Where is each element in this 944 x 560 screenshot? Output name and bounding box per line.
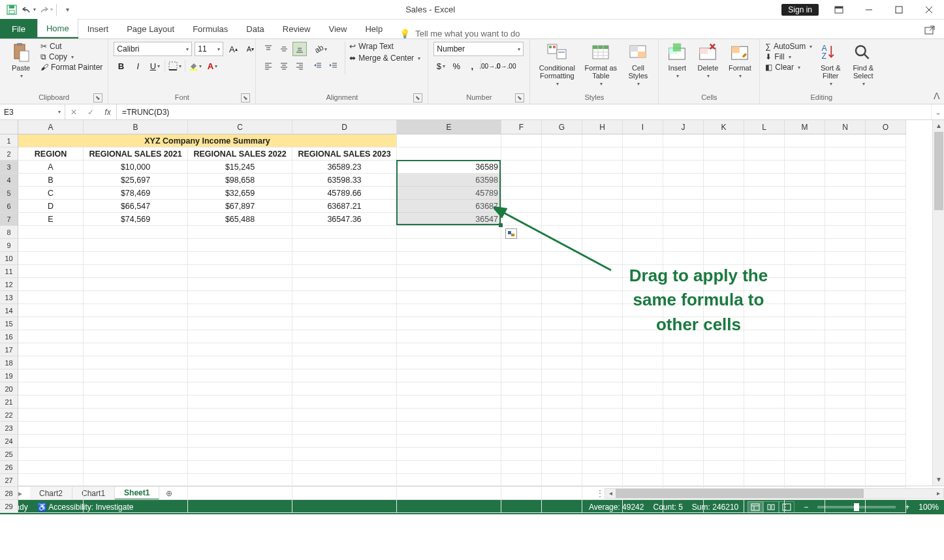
cell-M4[interactable]: [785, 174, 825, 187]
row-header[interactable]: 16: [0, 330, 18, 343]
cell-I20[interactable]: [623, 382, 663, 396]
cell-J2[interactable]: [663, 148, 704, 161]
cell-G7[interactable]: [542, 213, 582, 226]
row-header[interactable]: 17: [0, 343, 18, 356]
cell-F20[interactable]: [501, 382, 542, 396]
cell-B26[interactable]: [84, 461, 188, 474]
cell-styles-button[interactable]: Cell Styles▾: [623, 42, 653, 87]
cell-I24[interactable]: [623, 435, 663, 448]
cell-L8[interactable]: [744, 226, 785, 239]
cell-N21[interactable]: [825, 396, 866, 409]
cell-L5[interactable]: [744, 187, 785, 200]
cell-F26[interactable]: [501, 461, 542, 474]
cell-H3[interactable]: [582, 161, 623, 174]
cell-I2[interactable]: [623, 148, 663, 161]
comma-format-button[interactable]: ,: [465, 59, 479, 73]
cell-I4[interactable]: [623, 174, 663, 187]
cell-M22[interactable]: [785, 409, 825, 422]
cell-N13[interactable]: [825, 291, 866, 304]
cell-G23[interactable]: [542, 422, 582, 435]
cell-O16[interactable]: [866, 330, 906, 343]
column-header[interactable]: O: [866, 120, 906, 134]
cell-G21[interactable]: [542, 396, 582, 409]
column-header[interactable]: C: [188, 120, 292, 134]
cell-C13[interactable]: [188, 291, 292, 304]
cell-F15[interactable]: [501, 317, 542, 330]
cell-B12[interactable]: [84, 278, 188, 291]
cell-J24[interactable]: [663, 435, 704, 448]
fill-handle[interactable]: [499, 223, 503, 227]
cell-F16[interactable]: [501, 330, 542, 343]
cell-D18[interactable]: [292, 356, 397, 369]
cell-K4[interactable]: [704, 174, 744, 187]
cell-I18[interactable]: [623, 356, 663, 369]
cell-M9[interactable]: [785, 239, 825, 252]
decrease-font-button[interactable]: A▾: [243, 42, 257, 56]
row-header[interactable]: 10: [0, 252, 18, 265]
cell-G25[interactable]: [542, 448, 582, 461]
column-header[interactable]: H: [582, 120, 623, 134]
row-header[interactable]: 28: [0, 487, 18, 500]
column-headers[interactable]: ABCDEFGHIJKLMNO: [18, 120, 906, 134]
column-header[interactable]: L: [744, 120, 785, 134]
cell-C22[interactable]: [188, 409, 292, 422]
cell-H10[interactable]: [582, 252, 623, 265]
cell-K7[interactable]: [704, 213, 744, 226]
cell-C9[interactable]: [188, 239, 292, 252]
cell-F21[interactable]: [501, 396, 542, 409]
cell-K23[interactable]: [704, 422, 744, 435]
cell-A12[interactable]: [18, 278, 84, 291]
cell-M25[interactable]: [785, 448, 825, 461]
cell-H2[interactable]: [582, 148, 623, 161]
align-middle-button[interactable]: [277, 42, 291, 56]
row-header[interactable]: 27: [0, 474, 18, 487]
cell-D29[interactable]: [292, 500, 397, 513]
row-header[interactable]: 24: [0, 435, 18, 448]
cell-O7[interactable]: [866, 213, 906, 226]
cell-I17[interactable]: [623, 343, 663, 356]
cell-B2[interactable]: REGIONAL SALES 2021: [84, 148, 188, 161]
cell-O2[interactable]: [866, 148, 906, 161]
clear-button[interactable]: ◧Clear▾: [765, 63, 812, 72]
cell-J25[interactable]: [663, 448, 704, 461]
cell-K1[interactable]: [704, 134, 744, 148]
cell-C2[interactable]: REGIONAL SALES 2022: [188, 148, 292, 161]
row-header[interactable]: 11: [0, 265, 18, 278]
cell-E13[interactable]: [397, 291, 501, 304]
cell-F18[interactable]: [501, 356, 542, 369]
cell-M5[interactable]: [785, 187, 825, 200]
cell-C24[interactable]: [188, 435, 292, 448]
cell-F12[interactable]: [501, 278, 542, 291]
autosum-button[interactable]: ∑AutoSum▾: [765, 42, 812, 51]
row-header[interactable]: 1: [0, 134, 18, 148]
cell-M21[interactable]: [785, 396, 825, 409]
cell-A20[interactable]: [18, 382, 84, 396]
cell-K2[interactable]: [704, 148, 744, 161]
cell-L1[interactable]: [744, 134, 785, 148]
cell-N22[interactable]: [825, 409, 866, 422]
align-bottom-button[interactable]: [292, 42, 307, 56]
cell-O22[interactable]: [866, 409, 906, 422]
cell-O9[interactable]: [866, 239, 906, 252]
horizontal-scrollbar[interactable]: ◂ ▸: [605, 488, 944, 499]
cell-C18[interactable]: [188, 356, 292, 369]
wrap-text-button[interactable]: ↩Wrap Text: [349, 42, 420, 51]
cell-B5[interactable]: $78,469: [84, 187, 188, 200]
cell-F17[interactable]: [501, 343, 542, 356]
font-name-select[interactable]: Calibri▾: [114, 42, 192, 56]
column-header[interactable]: B: [84, 120, 188, 134]
cell-M7[interactable]: [785, 213, 825, 226]
cell-F28[interactable]: [501, 487, 542, 500]
cell-O6[interactable]: [866, 200, 906, 213]
column-header[interactable]: I: [623, 120, 663, 134]
cell-C5[interactable]: $32,659: [188, 187, 292, 200]
cell-E16[interactable]: [397, 330, 501, 343]
cell-H1[interactable]: [582, 134, 623, 148]
cell-M6[interactable]: [785, 200, 825, 213]
cell-K10[interactable]: [704, 252, 744, 265]
cell-G16[interactable]: [542, 330, 582, 343]
column-header[interactable]: D: [292, 120, 397, 134]
cell-H18[interactable]: [582, 356, 623, 369]
cell-D19[interactable]: [292, 369, 397, 382]
cell-L6[interactable]: [744, 200, 785, 213]
